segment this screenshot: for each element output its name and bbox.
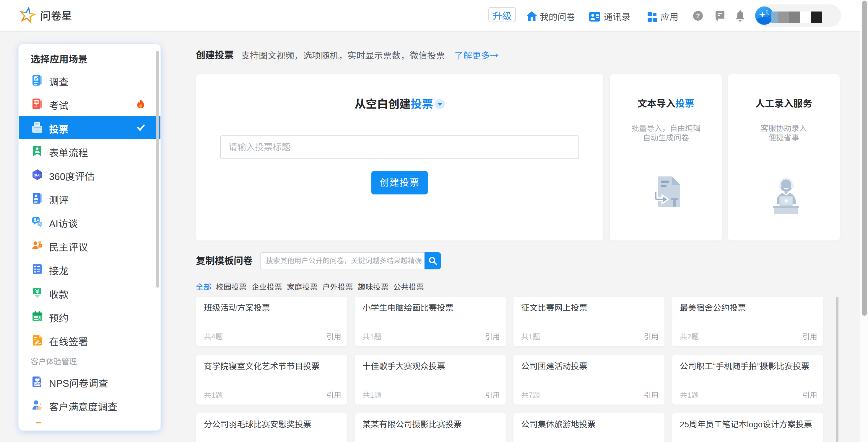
svg-text:360: 360 <box>34 173 40 177</box>
svg-text:?: ? <box>696 12 700 20</box>
svg-text:NPS: NPS <box>34 382 40 386</box>
svg-text:AI: AI <box>39 223 41 226</box>
svg-text:100: 100 <box>34 100 39 104</box>
